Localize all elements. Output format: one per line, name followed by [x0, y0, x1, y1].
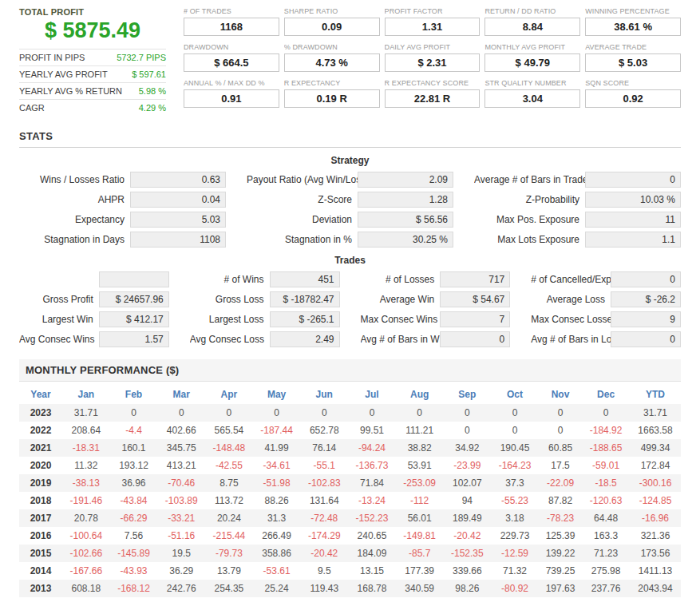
monthly-value-cell: 177.39 [396, 562, 444, 580]
monthly-value-cell: 254.35 [205, 580, 253, 597]
monthly-value-cell: 31.71 [630, 404, 681, 422]
stat-value-box: 11 [585, 212, 681, 228]
monthly-value-cell: 31.71 [62, 404, 110, 422]
monthly-value-cell: 242.76 [157, 580, 205, 597]
monthly-value-cell: -51.16 [157, 527, 205, 545]
monthly-value-cell: -103.89 [157, 492, 205, 509]
monthly-value-cell: -12.59 [491, 545, 539, 562]
monthly-value-cell: -4.4 [110, 422, 158, 439]
kpi-daily-avg-profit: DAILY AVG PROFIT$ 2.31 [385, 43, 481, 72]
monthly-value-cell: 131.64 [300, 492, 348, 509]
stat-gross-loss: Gross Loss$ -18782.47 [190, 291, 340, 307]
monthly-value-cell: -34.61 [253, 457, 301, 474]
stat-label: Deviation [247, 214, 358, 225]
kpi-value-box: 3.04 [484, 89, 580, 108]
stat-value-box: 0 [585, 172, 681, 188]
monthly-value-cell: 229.73 [491, 527, 539, 545]
kpi-value-box: $ 2.31 [385, 53, 481, 72]
monthly-value-cell: -13.24 [348, 492, 396, 509]
monthly-value-cell: -55.1 [300, 457, 348, 474]
monthly-value-cell: 139.22 [539, 545, 582, 562]
monthly-value-cell: 413.21 [157, 457, 205, 474]
stat-value-box: $ 412.17 [99, 311, 169, 327]
kpi-label: R EXPECTANCY [284, 79, 380, 87]
monthly-value-cell: -300.16 [630, 474, 681, 492]
monthly-value-cell: 0 [157, 404, 205, 422]
kpi-sharpe-ratio: SHARPE RATIO0.09 [284, 7, 380, 36]
strategy-subsection-title: Strategy [19, 155, 681, 166]
monthly-value-cell: 102.07 [444, 474, 492, 492]
kpi-label: WINNING PERCENTAGE [585, 7, 681, 15]
monthly-value-cell: -70.46 [157, 474, 205, 492]
stat-stagnation-in-days: Stagnation in Days1108 [19, 232, 226, 248]
monthly-value-cell: -20.42 [444, 527, 492, 545]
stat-row: Largest Win$ 412.17Largest Loss$ -265.1M… [19, 311, 681, 327]
kpi-value-box: $ 5.03 [585, 53, 681, 72]
stat-label: Avg Consec Wins [19, 334, 99, 345]
monthly-value-cell: 37.3 [491, 474, 539, 492]
kpi-label: STR QUALITY NUMBER [484, 79, 580, 87]
monthly-value-cell: 125.39 [539, 527, 582, 545]
kpi-value-box: 1168 [184, 18, 279, 36]
monthly-col-sep: Sep [444, 384, 492, 404]
monthly-year-cell: 2021 [19, 439, 62, 457]
stat-value-box: $ 54.67 [440, 291, 510, 307]
monthly-value-cell: 87.82 [539, 492, 582, 509]
kpi-of-trades: # OF TRADES1168 [184, 7, 279, 36]
stat-of-wins: # of Wins451 [190, 271, 340, 287]
monthly-col-year: Year [19, 384, 62, 404]
stat-of-cancelled-expired: # of Cancelled/Expired0 [531, 271, 681, 287]
stat-row: Stagnation in Days1108Stagnation in %30.… [19, 232, 681, 248]
monthly-value-cell: 119.43 [300, 580, 348, 597]
stat-row: Expectancy5.03Deviation$ 56.56Max Pos. E… [19, 212, 681, 228]
stat-blank [19, 271, 169, 287]
stat-label: Expectancy [19, 214, 130, 225]
monthly-row-2023: 202331.710000000000031.71 [19, 404, 681, 422]
stat-row: # of Wins451# of Losses717# of Cancelled… [19, 271, 681, 287]
kpi-label: R EXPECTANCY SCORE [385, 79, 481, 87]
monthly-value-cell: 1411.13 [630, 562, 681, 580]
stat-value-box: 1.57 [99, 331, 169, 347]
monthly-value-cell: -51.98 [253, 474, 301, 492]
monthly-value-cell: -85.7 [396, 545, 444, 562]
monthly-value-cell: 652.78 [300, 422, 348, 439]
monthly-col-jun: Jun [300, 384, 348, 404]
monthly-value-cell: -20.42 [300, 545, 348, 562]
kpi-str-quality-number: STR QUALITY NUMBER3.04 [484, 79, 580, 108]
stat-value-box: 7 [440, 311, 510, 327]
monthly-performance-header: MONTHLY PERFORMANCE ($) [19, 359, 681, 382]
monthly-value-cell: 163.3 [582, 527, 630, 545]
kpi-drawdown: DRAWDOWN$ 664.5 [184, 43, 279, 72]
kpi-label: DAILY AVG PROFIT [385, 43, 481, 51]
monthly-value-cell: 20.24 [205, 509, 253, 527]
stat-value-box: 0 [611, 331, 681, 347]
trades-stats-grid: # of Wins451# of Losses717# of Cancelled… [19, 271, 681, 347]
monthly-value-cell: -145.89 [110, 545, 158, 562]
monthly-value-cell: -66.29 [110, 509, 158, 527]
stat-row: Gross Profit$ 24657.96Gross Loss$ -18782… [19, 291, 681, 307]
monthly-value-cell: -164.23 [491, 457, 539, 474]
monthly-value-cell: 0 [348, 404, 396, 422]
monthly-value-cell: 208.64 [62, 422, 110, 439]
stat-label: # of Cancelled/Expired [531, 274, 611, 285]
stat-average-loss: Average Loss$ -26.2 [531, 291, 681, 307]
monthly-value-cell: -149.81 [396, 527, 444, 545]
stat-label: Avg # of Bars in Wins [361, 334, 441, 345]
monthly-value-cell: 13.79 [205, 562, 253, 580]
monthly-row-2021: 2021-18.31160.1345.75-148.4841.9976.14-9… [19, 439, 681, 457]
monthly-col-may: May [253, 384, 301, 404]
monthly-value-cell: -102.83 [300, 474, 348, 492]
monthly-value-cell: 34.92 [444, 439, 492, 457]
stat-row: Avg Consec Wins1.57Avg Consec Loss2.49Av… [19, 331, 681, 347]
monthly-value-cell: 499.34 [630, 439, 681, 457]
stat-stagnation-in: Stagnation in %30.25 % [247, 232, 453, 248]
summary-row-yearly-avg-profit: YEARLY AVG PROFIT$ 597.61 [19, 65, 166, 82]
stat-value-box: 5.03 [130, 212, 226, 228]
monthly-value-cell: -191.46 [62, 492, 110, 509]
monthly-row-2016: 2016-100.647.56-51.16-215.44266.49-174.2… [19, 527, 681, 545]
monthly-value-cell: -112 [396, 492, 444, 509]
stat-of-losses: # of Losses717 [361, 271, 511, 287]
stat-value-box: 2.09 [358, 172, 453, 188]
monthly-value-cell: 193.12 [110, 457, 158, 474]
monthly-value-cell: 173.56 [630, 545, 681, 562]
